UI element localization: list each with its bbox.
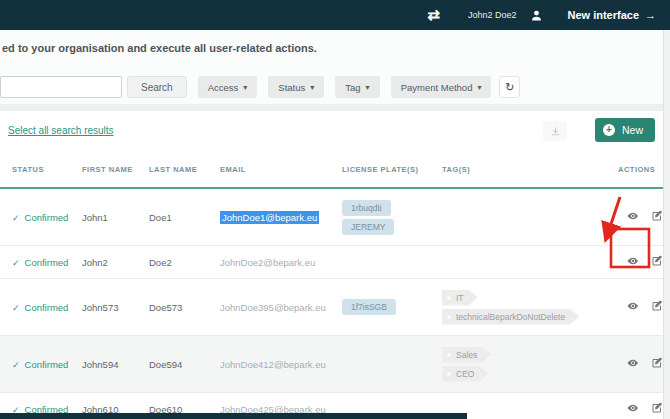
email-text: JohnDoe395@bepark.eu	[220, 302, 326, 313]
chevron-down-icon: ▾	[310, 83, 314, 92]
check-icon: ✓	[12, 360, 20, 370]
first-name-cell: John573	[78, 279, 145, 336]
status-text: Confirmed	[25, 257, 69, 268]
export-download-button[interactable]	[543, 121, 567, 141]
chevron-down-icon: ▾	[477, 83, 481, 92]
column-header-tags[interactable]: TAG(S)	[438, 151, 614, 188]
check-icon: ✓	[12, 213, 20, 223]
new-button-label: New	[622, 124, 643, 136]
last-name-cell: Doe573	[145, 279, 216, 336]
license-plates-cell	[338, 336, 438, 393]
column-header-status[interactable]: STATUS	[0, 151, 78, 188]
license-plate-badge: 1f7isSGB	[342, 299, 396, 315]
license-plate-badge: JEREMY	[342, 219, 394, 235]
first-name-cell: John1	[78, 188, 145, 246]
footer-top-edge	[0, 413, 467, 419]
tags-cell: ITtechnicalBeparkDoNotDelete	[438, 279, 614, 336]
edit-user-icon[interactable]	[651, 210, 663, 224]
users-table-area: STATUS FIRST NAME LAST NAME EMAIL LICENS…	[0, 151, 663, 419]
license-plate-badge: 1rbuqdti	[342, 200, 391, 216]
tag-chip: Sales	[442, 347, 491, 363]
table-header-row: STATUS FIRST NAME LAST NAME EMAIL LICENS…	[0, 151, 663, 188]
first-name-cell: John594	[78, 336, 145, 393]
column-header-last-name[interactable]: LAST NAME	[145, 151, 216, 188]
tags-cell	[438, 188, 614, 246]
tag-chip: technicalBeparkDoNotDelete	[442, 309, 579, 325]
table-row[interactable]: ✓Confirmed John573 Doe573 JohnDoe395@bep…	[0, 279, 663, 336]
subheader: ed to your organisation and execute all …	[0, 30, 670, 104]
check-icon: ✓	[12, 258, 20, 268]
tags-cell: SalesCEO	[438, 336, 614, 393]
filter-status-label: Status	[278, 82, 305, 93]
refresh-button[interactable]: ↻	[499, 76, 520, 98]
new-interface-label: New interface	[567, 9, 639, 21]
filter-access-label: Access	[208, 82, 239, 93]
refresh-icon: ↻	[505, 81, 514, 94]
email-text: JohnDoe2@bepark.eu	[220, 257, 315, 268]
filter-payment-method-button[interactable]: Payment Method ▾	[391, 76, 492, 98]
filter-tag-button[interactable]: Tag ▾	[335, 76, 379, 98]
filter-status-button[interactable]: Status ▾	[268, 76, 324, 98]
first-name-cell: John2	[78, 246, 145, 279]
chevron-down-icon: ▾	[366, 83, 370, 92]
table-row[interactable]: ✓Confirmed John594 Doe594 JohnDoe412@bep…	[0, 336, 663, 393]
page-scrollbar-gutter[interactable]	[663, 30, 670, 419]
view-user-icon[interactable]	[627, 300, 639, 314]
last-name-cell: Doe1	[145, 188, 216, 246]
email-text: JohnDoe1@bepark.eu	[220, 211, 319, 224]
column-header-first-name[interactable]: FIRST NAME	[78, 151, 145, 188]
section-divider	[0, 104, 670, 111]
topbar: ⇄ John2 Doe2 New interface →	[0, 0, 670, 30]
check-icon: ✓	[12, 303, 20, 313]
list-toolbar: Select all search results + New	[0, 111, 663, 151]
column-header-email[interactable]: EMAIL	[216, 151, 338, 188]
edit-user-icon[interactable]	[651, 255, 663, 269]
tag-chip: IT	[442, 290, 478, 306]
edit-user-icon[interactable]	[651, 300, 663, 314]
intro-text: ed to your organisation and execute all …	[2, 42, 317, 54]
download-icon	[550, 126, 561, 137]
edit-user-icon[interactable]	[651, 357, 663, 371]
users-table: STATUS FIRST NAME LAST NAME EMAIL LICENS…	[0, 151, 663, 419]
filter-tag-label: Tag	[345, 82, 360, 93]
topbar-user-name[interactable]: John2 Doe2	[468, 10, 517, 20]
view-user-icon[interactable]	[627, 402, 639, 416]
user-management-page: ⇄ John2 Doe2 New interface → ed to your …	[0, 0, 670, 419]
plus-icon: +	[603, 124, 615, 136]
view-user-icon[interactable]	[627, 255, 639, 269]
status-text: Confirmed	[25, 359, 69, 370]
tags-cell	[438, 246, 614, 279]
table-row[interactable]: ✓Confirmed John1 Doe1 JohnDoe1@bepark.eu…	[0, 188, 663, 246]
column-header-actions: ACTIONS	[614, 151, 663, 188]
view-user-icon[interactable]	[627, 210, 639, 224]
email-text: JohnDoe412@bepark.eu	[220, 359, 326, 370]
arrow-right-icon: →	[645, 9, 656, 21]
search-button[interactable]: Search	[127, 76, 187, 98]
filter-payment-method-label: Payment Method	[401, 82, 473, 93]
select-all-link[interactable]: Select all search results	[8, 125, 114, 136]
status-text: Confirmed	[25, 212, 69, 223]
search-input[interactable]	[0, 76, 122, 98]
user-icon[interactable]	[530, 9, 543, 22]
chevron-down-icon: ▾	[243, 83, 247, 92]
license-plates-cell	[338, 246, 438, 279]
last-name-cell: Doe594	[145, 336, 216, 393]
column-header-license-plates[interactable]: LICENSE PLATE(S)	[338, 151, 438, 188]
license-plates-cell: 1f7isSGB	[338, 279, 438, 336]
search-row: Search Access ▾ Status ▾ Tag ▾ Payment M…	[0, 76, 520, 98]
last-name-cell: Doe2	[145, 246, 216, 279]
filter-access-button[interactable]: Access ▾	[198, 76, 258, 98]
status-text: Confirmed	[25, 302, 69, 313]
edit-user-icon[interactable]	[651, 402, 663, 416]
table-row[interactable]: ✓Confirmed John2 Doe2 JohnDoe2@bepark.eu	[0, 246, 663, 279]
new-interface-link[interactable]: New interface →	[567, 9, 656, 21]
view-user-icon[interactable]	[627, 357, 639, 371]
tag-chip: CEO	[442, 366, 488, 382]
swap-accounts-icon[interactable]: ⇄	[427, 6, 440, 24]
license-plates-cell: 1rbuqdtiJEREMY	[338, 188, 438, 246]
new-user-button[interactable]: + New	[595, 118, 655, 142]
